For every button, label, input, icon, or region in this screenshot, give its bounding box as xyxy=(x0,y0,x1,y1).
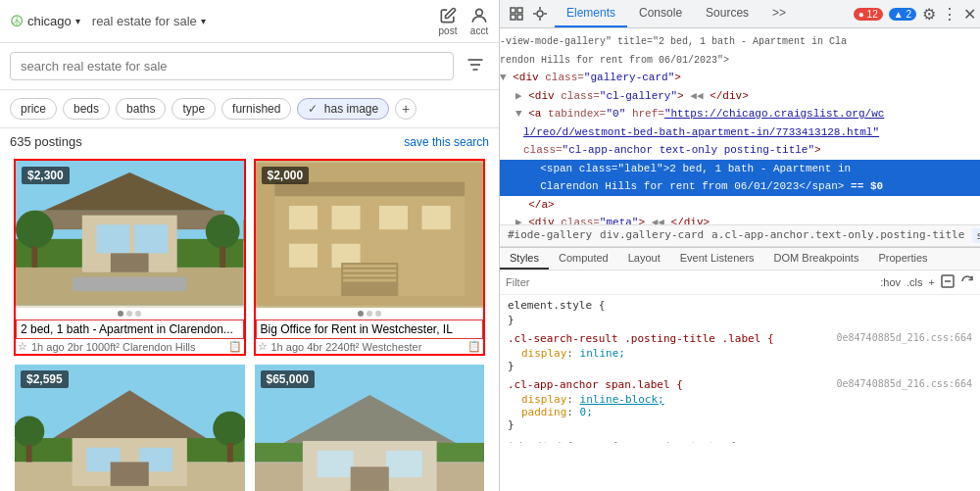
search-input[interactable] xyxy=(10,52,454,80)
listing-card-3: $2,595 3 bed house for rent ☆ 2h ago 3br… xyxy=(14,364,246,491)
svg-rect-54 xyxy=(517,8,522,13)
styles-filter-right: :hov .cls + xyxy=(880,274,974,290)
svg-rect-31 xyxy=(343,279,396,282)
tag-beds[interactable]: beds xyxy=(63,98,110,120)
listing-card-2: $2,000 Big Office for Rent in Westcheste… xyxy=(254,159,486,356)
breadcrumb-1[interactable]: #iode-gallery xyxy=(508,228,592,243)
listing-price-3: $2,595 xyxy=(21,370,69,388)
svg-rect-29 xyxy=(343,270,396,272)
el-line-4: ▶ <div class="cl-gallery"> ◀◀ </div> xyxy=(500,87,980,106)
listing-price-4: $65,000 xyxy=(261,370,315,388)
tag-baths[interactable]: baths xyxy=(116,98,166,120)
listings-grid: $2,300 2 bed, 1 bath - Apartment in Clar… xyxy=(0,155,499,491)
new-rule-icon[interactable] xyxy=(941,274,955,290)
dot xyxy=(118,311,123,317)
svg-rect-21 xyxy=(288,206,317,229)
refresh-icon[interactable] xyxy=(960,274,974,290)
el-line-2: rendon Hills for rent from 06/01/2023"> xyxy=(500,51,980,70)
tag-has-image[interactable]: ✓ has image xyxy=(297,98,389,120)
tag-add-button[interactable]: + xyxy=(395,98,416,120)
location-link[interactable]: chicago xyxy=(27,14,72,28)
svg-rect-39 xyxy=(111,462,149,485)
svg-point-0 xyxy=(476,9,483,16)
svg-rect-51 xyxy=(350,466,388,491)
listing-meta-text-2: 1h ago 4br 2240ft² Westchester xyxy=(271,341,422,353)
svg-rect-22 xyxy=(331,206,360,229)
error-badge: ● 12 xyxy=(854,8,883,21)
styles-tab-dom-breakpoints[interactable]: DOM Breakpoints xyxy=(764,248,869,270)
left-panel: ☮ chicago ▾ real estate for sale ▾ post … xyxy=(0,0,500,491)
styles-tab-layout[interactable]: Layout xyxy=(618,248,670,270)
style-source-2: 0e84740885d_216.css:664 xyxy=(837,378,972,389)
tag-type[interactable]: type xyxy=(172,98,216,120)
breadcrumb-2[interactable]: div.gallery-card xyxy=(600,228,704,243)
warning-badge: ▲ 2 xyxy=(889,8,916,21)
peace-icon: ☮ xyxy=(10,12,24,30)
search-bar xyxy=(0,43,499,90)
listing-image-3: $2,595 xyxy=(15,365,245,491)
acct-button[interactable]: acct xyxy=(469,6,489,36)
styles-tab-styles[interactable]: Styles xyxy=(500,248,549,270)
el-line-1: -view-mode-gallery" title="2 bed, 1 bath… xyxy=(500,32,980,51)
breadcrumb-4[interactable]: span.label xyxy=(972,228,980,243)
tab-more[interactable]: >> xyxy=(760,0,798,27)
listing-image-2: $2,000 xyxy=(256,161,484,308)
add-style-button[interactable]: + xyxy=(929,276,935,288)
save-search-link[interactable]: save this search xyxy=(404,135,489,149)
styles-tab-event-listeners[interactable]: Event Listeners xyxy=(670,248,764,270)
styles-tab-computed[interactable]: Computed xyxy=(549,248,618,270)
el-line-6: l/reo/d/westmont-bed-bath-apartment-in/7… xyxy=(500,123,980,142)
star-icon-2: ☆ xyxy=(258,340,268,353)
style-prop-1a: display: inline; xyxy=(508,347,972,360)
svg-rect-28 xyxy=(343,265,396,268)
svg-rect-16 xyxy=(220,247,225,268)
el-line-selected-2: Clarendon Hills for rent from 06/01/2023… xyxy=(500,177,980,196)
svg-rect-56 xyxy=(517,15,522,20)
devtools-menu-icon[interactable] xyxy=(504,6,529,22)
acct-label: acct xyxy=(470,25,488,36)
listing-title-2[interactable]: Big Office for Rent in Westchester, IL xyxy=(256,319,484,339)
style-prop-2b: padding: 0; xyxy=(508,406,972,418)
tab-elements[interactable]: Elements xyxy=(555,0,627,27)
top-bar-right: post acct xyxy=(438,6,489,36)
breadcrumb-3[interactable]: a.cl-app-anchor.text-only.posting-title xyxy=(711,228,964,243)
dot xyxy=(358,311,364,317)
tag-price[interactable]: price xyxy=(10,98,57,120)
listing-fav-icon-2: 📋 xyxy=(467,340,481,353)
tab-sources[interactable]: Sources xyxy=(694,0,760,27)
top-bar: ☮ chicago ▾ real estate for sale ▾ post … xyxy=(0,0,499,43)
devtools-inspect-icon[interactable] xyxy=(529,6,551,22)
post-label: post xyxy=(439,25,458,36)
tag-furnished[interactable]: furnished xyxy=(221,98,291,120)
inherited-label: inherited from a.cl-app-anchor.text-only… xyxy=(508,437,972,443)
filter-button[interactable] xyxy=(462,51,489,81)
post-button[interactable]: post xyxy=(438,6,458,36)
svg-rect-23 xyxy=(378,206,407,229)
svg-rect-12 xyxy=(111,253,149,271)
svg-rect-24 xyxy=(421,206,450,229)
el-line-selected[interactable]: <span class="label">2 bed, 1 bath - Apar… xyxy=(500,160,980,178)
listing-dots-2 xyxy=(256,308,484,319)
more-options-icon[interactable]: ⋮ xyxy=(942,5,957,24)
tab-console[interactable]: Console xyxy=(627,0,694,27)
listing-image-1: $2,300 xyxy=(16,161,244,308)
close-icon[interactable]: ✕ xyxy=(963,5,976,24)
hov-button[interactable]: :hov xyxy=(880,276,901,288)
styles-filter-input[interactable] xyxy=(506,276,874,288)
results-header: 635 postings save this search xyxy=(0,128,499,155)
dot xyxy=(375,311,381,317)
dot xyxy=(367,311,372,317)
style-source-1: 0e84740885d_216.css:664 xyxy=(837,332,972,343)
svg-point-13 xyxy=(16,211,54,249)
styles-panel: Styles Computed Layout Event Listeners D… xyxy=(500,247,980,443)
settings-icon[interactable]: ⚙ xyxy=(922,5,936,24)
category-caret: ▾ xyxy=(201,16,206,26)
category-link[interactable]: real estate for sale xyxy=(92,14,197,28)
listing-title-1[interactable]: 2 bed, 1 bath - Apartment in Clarendon..… xyxy=(16,319,244,339)
el-line-9: ▶ <div class="meta"> ◀◀ </div> xyxy=(500,214,980,224)
devtools-icons: ● 12 ▲ 2 ⚙ ⋮ ✕ xyxy=(854,5,976,24)
styles-tabs: Styles Computed Layout Event Listeners D… xyxy=(500,248,980,270)
styles-tab-properties[interactable]: Properties xyxy=(868,248,937,270)
svg-rect-53 xyxy=(511,8,515,13)
cls-button[interactable]: .cls xyxy=(906,276,923,288)
